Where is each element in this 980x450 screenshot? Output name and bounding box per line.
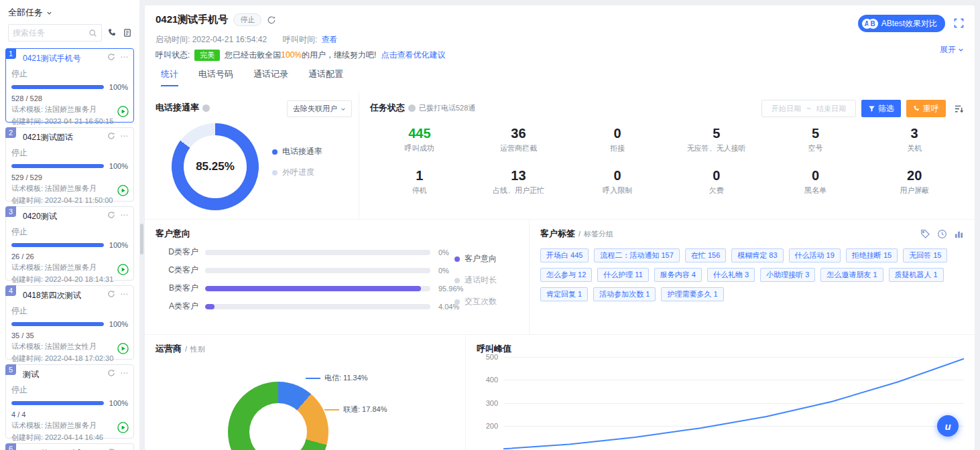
optimize-advice-link[interactable]: 点击查看优化建议	[381, 50, 445, 61]
task-progress-bar	[11, 322, 104, 326]
tab-call-records[interactable]: 通话记录	[253, 68, 288, 86]
stat-item: 0黑名单	[766, 168, 865, 196]
legend-call-duration[interactable]: 通话时长	[454, 275, 497, 286]
task-count: 26 / 26	[11, 252, 128, 260]
task-title[interactable]: 0421测试手机号	[23, 53, 110, 64]
tag-chip[interactable]: 开场白 445	[540, 248, 589, 262]
stat-item: 0呼入限制	[568, 168, 667, 196]
abtest-compare-button[interactable]: A B ABtest效果对比	[858, 15, 945, 32]
refresh-icon[interactable]	[107, 132, 115, 140]
search-input[interactable]	[13, 28, 70, 38]
tab-statistics[interactable]: 统计	[161, 68, 178, 86]
carrier-title: 运营商	[156, 343, 182, 355]
legend-label: 客户意向	[465, 253, 497, 265]
refresh-icon[interactable]	[107, 369, 115, 377]
sidebar-scrollbar-thumb[interactable]	[140, 224, 143, 254]
bar-chart-icon[interactable]	[954, 229, 964, 239]
more-icon[interactable]: ⋯	[120, 210, 128, 220]
stat-label: 呼入限制	[568, 185, 667, 196]
expand-toggle[interactable]: 展开	[940, 44, 964, 56]
clock-icon[interactable]	[937, 229, 947, 239]
more-icon[interactable]: ⋯	[120, 289, 128, 299]
tag-chip[interactable]: 什么护理 11	[597, 268, 648, 282]
tag-chip[interactable]: 怎么参与 12	[540, 268, 592, 282]
refresh-icon[interactable]	[107, 53, 115, 61]
task-template: 话术模板: 法国娇兰服务月	[11, 262, 117, 273]
search-icon[interactable]	[88, 29, 97, 38]
play-icon[interactable]	[117, 106, 129, 117]
tags-title: 客户标签	[540, 228, 575, 240]
tab-call-config[interactable]: 通话配置	[308, 68, 343, 86]
task-template: 话术模板: 法国娇兰服务月	[11, 104, 117, 115]
refresh-icon[interactable]	[107, 211, 115, 219]
customer-service-widget-button[interactable]: u	[937, 415, 959, 437]
more-icon[interactable]: ⋯	[120, 131, 128, 141]
ab-b-icon: B	[868, 19, 878, 29]
task-title[interactable]: 0420测试	[23, 211, 110, 222]
refresh-icon[interactable]	[267, 15, 276, 25]
task-progress-fill	[11, 243, 104, 247]
exclude-lost-users-dropdown[interactable]: 去除失联用户	[287, 100, 352, 117]
stat-value: 20	[865, 168, 964, 183]
task-card[interactable]: 5 测试 ⋯ 停止 100% 4 / 4 话术模板: 法国娇兰服务月 创建时间:…	[5, 364, 134, 439]
play-icon[interactable]	[117, 185, 129, 196]
tag-chip[interactable]: 质疑机器人 1	[889, 268, 944, 282]
legend-customer-intent[interactable]: 客户意向	[454, 253, 497, 265]
gender-subtitle[interactable]: 性别	[190, 344, 205, 354]
tag-chip[interactable]: 怎么邀请朋友 1	[820, 268, 883, 282]
filter-button[interactable]: 筛选	[861, 100, 901, 117]
legend-label: 通话时长	[465, 275, 497, 286]
tag-chip[interactable]: 活动参加次数 1	[593, 287, 656, 301]
refresh-icon[interactable]	[107, 290, 115, 298]
task-card[interactable]: 2 0421测试固话 ⋯ 停止 100% 529 / 529 话术模板: 法国娇…	[5, 127, 134, 202]
dialer-icon[interactable]	[107, 28, 117, 38]
task-title[interactable]: 0418第四次测试	[23, 290, 110, 301]
sort-icon[interactable]	[954, 104, 964, 114]
more-icon[interactable]: ⋯	[120, 447, 128, 450]
call-time-view-link[interactable]: 查看	[321, 34, 337, 46]
tab-phone-numbers[interactable]: 电话号码	[198, 68, 233, 86]
legend-dot	[454, 256, 460, 262]
more-icon[interactable]: ⋯	[120, 52, 128, 62]
tags-subtitle[interactable]: 标签分组	[584, 229, 613, 239]
tag-chip[interactable]: 小助理接听 3	[760, 268, 815, 282]
play-icon[interactable]	[117, 422, 129, 433]
task-title[interactable]: 0421测试固话	[23, 132, 110, 143]
play-icon[interactable]	[117, 343, 129, 354]
tag-chip[interactable]: 什么活动 19	[789, 248, 841, 262]
task-created: 创建时间: 2022-04-20 18:14:31	[11, 275, 117, 285]
task-title[interactable]: 测试	[23, 369, 110, 380]
date-range-picker[interactable]: ~	[761, 100, 856, 117]
task-card[interactable]: 1 0421测试手机号 ⋯ 停止 100% 528 / 528 话术模板: 法国…	[5, 48, 134, 123]
play-icon[interactable]	[117, 264, 129, 275]
more-icon[interactable]: ⋯	[120, 368, 128, 378]
fullscreen-icon[interactable]	[954, 18, 964, 28]
task-created: 创建时间: 2022-04-21 16:50:15	[11, 117, 117, 127]
legend-interaction-count[interactable]: 交互次数	[454, 296, 497, 307]
tag-chip[interactable]: 肯定回复 1	[540, 287, 588, 301]
all-tasks-dropdown[interactable]: 全部任务	[0, 0, 139, 24]
task-status-text: 停止	[11, 305, 128, 317]
task-count: 4 / 4	[11, 410, 128, 419]
end-date-input[interactable]	[811, 104, 851, 112]
tag-chip[interactable]: 什么礼物 3	[707, 268, 755, 282]
tag-chip[interactable]: 拒绝挂断 15	[846, 248, 898, 262]
task-card[interactable]: 3 0420测试 ⋯ 停止 100% 26 / 26 话术模板: 法国娇兰服务月…	[5, 206, 134, 281]
start-date-input[interactable]	[766, 104, 806, 112]
tag-chip[interactable]: 无回答 15	[903, 248, 947, 262]
legend-outbound-progress[interactable]: 外呼进度	[272, 167, 322, 178]
tag-icon[interactable]	[920, 229, 930, 239]
tag-chip[interactable]: 在忙 156	[685, 248, 726, 262]
task-card[interactable]: 6 0414第三次测试 ⋯	[5, 443, 134, 450]
tag-chip[interactable]: 流程二：活动通知 157	[594, 248, 679, 262]
tag-chip[interactable]: 护理需要多久 1	[661, 287, 723, 301]
tag-chip[interactable]: 模糊肯定 83	[731, 248, 783, 262]
intent-bar-fill	[205, 304, 215, 309]
task-created: 创建时间: 2022-04-18 17:02:30	[11, 354, 117, 364]
legend-connect-rate[interactable]: 电话接通率	[272, 146, 322, 157]
script-template-icon[interactable]	[123, 28, 133, 38]
tag-chip[interactable]: 服务内容 4	[654, 268, 702, 282]
recall-button[interactable]: 重呼	[906, 100, 946, 117]
task-card[interactable]: 4 0418第四次测试 ⋯ 停止 100% 35 / 35 话术模板: 法国娇兰…	[5, 285, 134, 360]
search-box[interactable]	[8, 24, 102, 42]
